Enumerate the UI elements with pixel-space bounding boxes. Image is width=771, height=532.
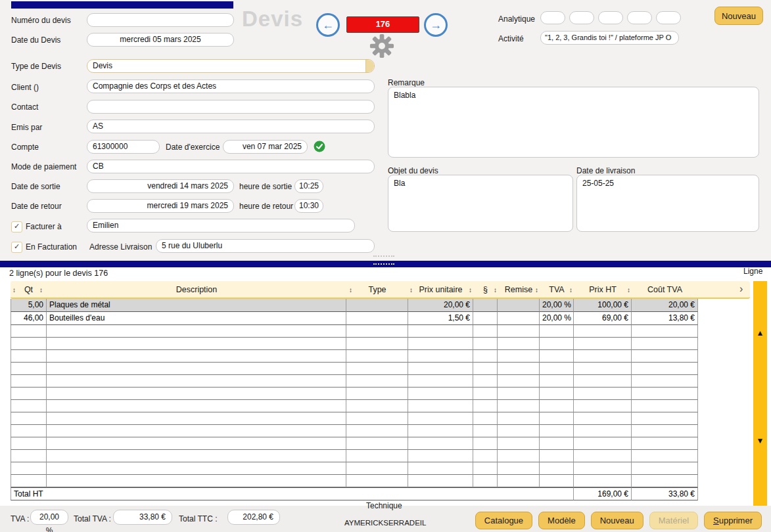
cell-type[interactable] [346, 299, 408, 312]
analytique-field-1[interactable] [540, 11, 565, 24]
table-row-empty[interactable] [11, 475, 698, 487]
date-exercice-label: Date d'exercice [166, 143, 220, 152]
numero-devis-input[interactable] [87, 13, 234, 27]
table-row-empty[interactable] [11, 400, 698, 412]
cell-tva[interactable]: 20,00 % [540, 312, 574, 325]
table-row-empty[interactable] [11, 363, 698, 375]
table-row-empty[interactable] [11, 412, 698, 425]
table-row-empty[interactable] [11, 450, 698, 462]
nouveau-devis-button[interactable]: Nouveau [714, 7, 763, 25]
cell-cout-tva[interactable]: 20,00 € [632, 299, 698, 312]
compte-input[interactable]: 61300000 [87, 140, 160, 154]
facturer-a-input[interactable]: Emilien [87, 219, 355, 233]
next-record-button[interactable]: → [424, 13, 448, 37]
cell-paragraphe[interactable] [473, 299, 498, 312]
date-sortie-input[interactable]: vendredi 14 mars 2025 [87, 179, 234, 193]
top-progress-bar [11, 1, 233, 9]
chevron-right-icon[interactable]: › [739, 283, 743, 295]
cell-remise[interactable] [498, 299, 540, 312]
total-ttc-field[interactable]: 202,80 € [227, 510, 280, 525]
header-form-panel: Numéro du devis Date du Devis mercredi 0… [0, 0, 771, 261]
combo-dropdown-strip[interactable] [365, 60, 374, 72]
en-facturation-checkbox[interactable]: ✓ [11, 242, 22, 253]
cell-qt[interactable]: 46,00 [11, 312, 47, 325]
footer-buttons: Catalogue Modèle Nouveau Matériel Suppri… [475, 512, 762, 529]
column-header-cout-tva[interactable]: Coût TVA [632, 285, 698, 294]
activite-input[interactable]: "1, 2, 3, Grandis toi !" / plateforme JP… [540, 31, 679, 45]
page-title: Devis [242, 7, 303, 32]
table-row-empty[interactable] [11, 325, 698, 338]
total-tva-field[interactable]: 33,80 € [113, 510, 172, 525]
cell-paragraphe[interactable] [473, 312, 498, 325]
type-devis-value: Devis [93, 61, 112, 70]
lines-summary: 2 ligne(s) pour le devis 176 [9, 269, 108, 278]
sort-icon: ↕ [535, 286, 538, 294]
scroll-up-icon[interactable]: ▲ [753, 328, 767, 338]
date-retour-input[interactable]: mercredi 19 mars 2025 [87, 199, 234, 213]
splitter-grip[interactable] [373, 263, 394, 265]
objet-devis-textarea[interactable]: Bla [388, 175, 573, 232]
mode-paiement-input[interactable]: CB [87, 160, 375, 173]
cell-qt[interactable]: 5,00 [11, 299, 47, 312]
column-header-remise[interactable]: Remise [498, 285, 540, 294]
date-livraison-textarea[interactable]: 25-05-25 [576, 175, 759, 232]
gear-icon[interactable] [369, 33, 394, 58]
cell-cout-tva[interactable]: 13,80 € [632, 312, 698, 325]
column-header-description[interactable]: Description [47, 285, 346, 294]
emis-par-label: Emis par [11, 123, 42, 132]
splitter-bar[interactable] [0, 261, 771, 267]
heure-sortie-input[interactable]: 10:25 [294, 179, 323, 193]
cell-tva[interactable]: 20,00 % [540, 299, 574, 312]
date-exercice-input[interactable]: ven 07 mar 2025 [223, 140, 308, 154]
cell-prix-ht[interactable]: 100,00 € [574, 299, 632, 312]
table-row-empty[interactable] [11, 375, 698, 388]
supprimer-button[interactable]: Supprimer [704, 512, 762, 529]
analytique-field-4[interactable] [627, 11, 652, 24]
catalogue-button[interactable]: Catalogue [475, 512, 532, 529]
column-header-type[interactable]: Type [346, 285, 408, 294]
scroll-down-icon[interactable]: ▼ [753, 436, 767, 445]
table-header: Qt Description Type Prix unitaire § Remi… [11, 281, 750, 299]
previous-record-button[interactable]: ← [316, 13, 340, 37]
total-tva-label: Total TVA : [74, 514, 111, 523]
analytique-field-3[interactable] [598, 11, 623, 24]
table-row-empty[interactable] [11, 462, 698, 475]
date-devis-input[interactable]: mercredi 05 mars 2025 [87, 33, 234, 47]
table-row-empty[interactable] [11, 350, 698, 363]
nouveau-ligne-button[interactable]: Nouveau [591, 512, 643, 529]
numero-devis-label: Numéro du devis [11, 16, 71, 25]
analytique-field-2[interactable] [569, 11, 594, 24]
record-number-box[interactable]: 176 [346, 16, 419, 33]
splitter-grip[interactable] [373, 255, 394, 257]
analytique-field-5[interactable] [656, 11, 681, 24]
type-devis-combo[interactable]: Devis [87, 59, 375, 73]
facturer-a-checkbox[interactable]: ✓ [11, 221, 22, 233]
tva-rate-field[interactable]: 20,00 % [30, 510, 68, 525]
emis-par-input[interactable]: AS [87, 120, 375, 133]
total-row: Total HT 169,00 € 33,80 € [11, 487, 698, 500]
client-input[interactable]: Compagnie des Corps et des Actes [87, 79, 375, 93]
adresse-livraison-input[interactable]: 5 rue du Uluberlu [156, 239, 375, 253]
cell-description[interactable]: Bouteilles d'eau [47, 312, 346, 325]
table-row-empty[interactable] [11, 388, 698, 400]
table-row-empty[interactable] [11, 338, 698, 350]
total-ht-label: Total HT [11, 487, 574, 500]
table-row: 46,00 Bouteilles d'eau 1,50 € 20,00 % 69… [11, 312, 698, 325]
remarque-textarea[interactable]: Blabla [388, 87, 759, 158]
total-prix-ht-value: 169,00 € [574, 487, 632, 500]
cell-type[interactable] [346, 312, 408, 325]
sort-icon: ↕ [469, 286, 472, 294]
modele-button[interactable]: Modèle [538, 512, 585, 529]
cell-prix-unitaire[interactable]: 20,00 € [408, 299, 473, 312]
cell-remise[interactable] [498, 312, 540, 325]
cell-description[interactable]: Plaques de métal [47, 299, 346, 312]
column-header-prix-unitaire[interactable]: Prix unitaire [408, 285, 473, 294]
cell-prix-ht[interactable]: 69,00 € [574, 312, 632, 325]
ligne-scrollbar[interactable]: ▲ ▼ [753, 281, 767, 507]
table-row-empty[interactable] [11, 425, 698, 437]
table-row-empty[interactable] [11, 437, 698, 450]
cell-prix-unitaire[interactable]: 1,50 € [408, 312, 473, 325]
contact-input[interactable] [87, 100, 375, 114]
heure-retour-input[interactable]: 10:30 [294, 199, 323, 213]
column-header-prix-ht[interactable]: Prix HT [574, 285, 632, 294]
